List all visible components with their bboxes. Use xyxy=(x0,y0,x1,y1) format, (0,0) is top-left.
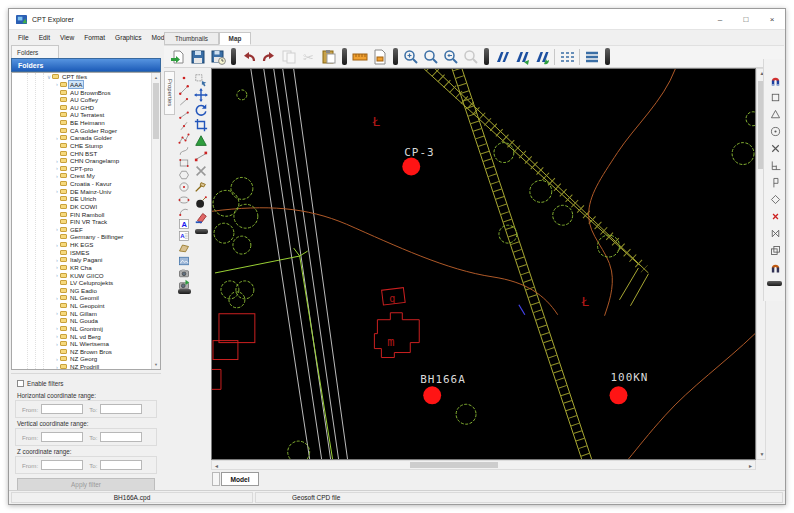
line-style-solid-button[interactable] xyxy=(582,47,602,67)
map-horizontal-scrollbar[interactable]: ◄ ► xyxy=(211,460,756,470)
image-tool-button[interactable] xyxy=(177,254,191,267)
snap-insertion-button[interactable] xyxy=(767,243,783,258)
pick-tool-button[interactable] xyxy=(194,179,208,194)
save-button[interactable] xyxy=(188,47,208,67)
arc-tool-button[interactable] xyxy=(177,205,191,218)
scroll-left-icon[interactable]: ◄ xyxy=(212,462,221,471)
snap-quadrant-button[interactable] xyxy=(767,175,783,190)
menu-graphics[interactable]: Graphics xyxy=(110,32,146,43)
edit-nodes-tool-button[interactable] xyxy=(194,149,208,164)
ellipse-tool-button[interactable] xyxy=(177,193,191,206)
segment-tool-button[interactable] xyxy=(177,83,191,96)
close-button[interactable]: × xyxy=(759,9,785,30)
snap-apparent-button[interactable] xyxy=(767,192,783,207)
snapshot-tool-button[interactable] xyxy=(177,266,191,279)
map-point-cp-3[interactable] xyxy=(402,158,420,176)
select-tool-button[interactable] xyxy=(194,72,208,87)
from-input[interactable] xyxy=(41,404,83,414)
point-tool-button[interactable] xyxy=(177,71,191,84)
delete-segment-tool-button[interactable] xyxy=(194,164,208,179)
title-bar[interactable]: CPT Explorer – □ × xyxy=(9,9,785,30)
refresh-view-button[interactable] xyxy=(532,47,552,67)
road-lines xyxy=(251,69,348,459)
cut-button[interactable]: ✂ xyxy=(299,47,319,67)
menu-file[interactable]: File xyxy=(13,32,34,43)
snap-options-button[interactable] xyxy=(767,260,783,275)
to-input[interactable] xyxy=(100,404,142,414)
from-input[interactable] xyxy=(41,432,83,442)
redo-button[interactable] xyxy=(259,47,279,67)
annotation-tool-button[interactable]: A xyxy=(177,230,191,243)
enable-filters-checkbox[interactable]: Enable filters xyxy=(17,380,63,387)
save-as-button[interactable] xyxy=(208,47,228,67)
line-tool-c-button[interactable] xyxy=(177,120,191,133)
rectangle-tool-button[interactable] xyxy=(177,156,191,169)
to-input[interactable] xyxy=(100,460,142,470)
snap-node-button[interactable] xyxy=(767,141,783,156)
map-point-bh166a[interactable] xyxy=(423,386,441,404)
text-tool-button[interactable]: A xyxy=(177,217,191,230)
ruler-button[interactable] xyxy=(350,47,370,67)
bomb-tool-button[interactable] xyxy=(194,194,208,209)
polygon-tool-icon xyxy=(178,169,190,181)
spline-tool-button[interactable] xyxy=(177,144,191,157)
line-tool-a-button[interactable] xyxy=(177,95,191,108)
map-canvas[interactable]: ŁqmŁ CP-3BH166A100KN xyxy=(211,68,756,460)
maximize-button[interactable]: □ xyxy=(733,9,759,30)
copy-button[interactable] xyxy=(279,47,299,67)
fill-tool-button[interactable] xyxy=(194,133,208,148)
snap-endpoint-button[interactable] xyxy=(767,90,783,105)
horizontal-scroll-thumb[interactable] xyxy=(410,462,498,468)
cut-icon: ✂ xyxy=(301,49,317,65)
eraser-tool-button[interactable] xyxy=(194,210,208,225)
snap-center-button[interactable] xyxy=(767,124,783,139)
polygon-tool-button[interactable] xyxy=(177,169,191,182)
to-input[interactable] xyxy=(100,432,142,442)
area-tool-button[interactable] xyxy=(177,242,191,255)
circle-tool-button[interactable] xyxy=(177,181,191,194)
move-tool-button[interactable] xyxy=(194,87,208,102)
tree-scroll-thumb[interactable] xyxy=(153,83,159,139)
filter-group-box: From:To: xyxy=(15,428,157,446)
snap-toggle-button[interactable] xyxy=(767,73,783,88)
tab-map[interactable]: Map xyxy=(219,32,251,45)
tab-stub[interactable] xyxy=(212,472,220,486)
snap-perpendicular-button[interactable] xyxy=(767,158,783,173)
tab-thumbnails[interactable]: Thumbnails xyxy=(164,32,219,45)
scroll-down-icon[interactable]: ▼ xyxy=(757,450,767,459)
import-button[interactable] xyxy=(168,47,188,67)
line-style-dashed-button[interactable] xyxy=(557,47,577,67)
rotate-tool-button[interactable] xyxy=(194,103,208,118)
polyline-tool-button[interactable] xyxy=(177,132,191,145)
zoom-previous-button[interactable] xyxy=(441,47,461,67)
crop-tool-button[interactable] xyxy=(194,118,208,133)
menu-view[interactable]: View xyxy=(55,32,79,43)
scroll-right-icon[interactable]: ► xyxy=(746,462,755,471)
menu-edit[interactable]: Edit xyxy=(34,32,55,43)
tab-properties[interactable]: Properties xyxy=(164,71,175,115)
scroll-down-icon[interactable]: ▼ xyxy=(152,360,160,369)
checkbox-icon[interactable] xyxy=(17,380,24,387)
tab-model[interactable]: Model xyxy=(221,472,259,486)
zoom-window-button[interactable] xyxy=(421,47,441,67)
refresh-all-button[interactable] xyxy=(512,47,532,67)
map-point-100kn[interactable] xyxy=(610,386,628,404)
snap-nearest-button[interactable] xyxy=(767,209,783,224)
paste-button[interactable] xyxy=(319,47,339,67)
minimize-button[interactable]: – xyxy=(707,9,733,30)
tab-folders[interactable]: Folders xyxy=(11,45,59,58)
page-setup-button[interactable] xyxy=(370,47,390,67)
tree-scrollbar[interactable]: ▲ ▼ xyxy=(151,73,160,369)
scroll-up-icon[interactable]: ▲ xyxy=(152,73,160,82)
snap-midpoint-button[interactable] xyxy=(767,107,783,122)
menu-format[interactable]: Format xyxy=(79,32,110,43)
snap-intersection-button[interactable] xyxy=(767,226,783,241)
zoom-extents-button[interactable] xyxy=(461,47,481,67)
snap-toggle-icon xyxy=(769,74,782,87)
refresh-button[interactable] xyxy=(492,47,512,67)
undo-button[interactable] xyxy=(239,47,259,67)
line-tool-b-button[interactable] xyxy=(177,108,191,121)
delete-segment-tool-icon xyxy=(194,164,208,178)
from-input[interactable] xyxy=(41,460,83,470)
zoom-in-button[interactable] xyxy=(401,47,421,67)
